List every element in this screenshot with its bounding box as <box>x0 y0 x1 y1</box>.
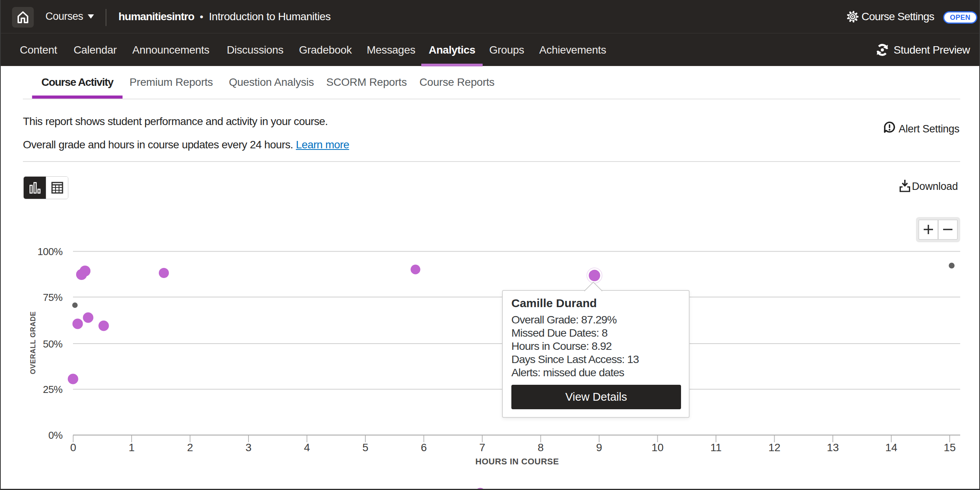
svg-text:10: 10 <box>652 441 664 454</box>
svg-text:13: 13 <box>827 441 839 454</box>
svg-text:1: 1 <box>129 441 135 454</box>
svg-text:15: 15 <box>944 441 956 454</box>
svg-text:25%: 25% <box>43 384 63 395</box>
svg-text:14: 14 <box>885 441 897 454</box>
svg-text:8: 8 <box>538 441 544 454</box>
svg-text:50%: 50% <box>43 338 63 350</box>
svg-text:5: 5 <box>362 441 368 454</box>
svg-text:0: 0 <box>70 441 76 454</box>
svg-text:0%: 0% <box>48 429 63 441</box>
svg-text:100%: 100% <box>38 246 63 257</box>
svg-text:75%: 75% <box>43 292 63 303</box>
svg-text:2: 2 <box>187 441 193 454</box>
svg-text:12: 12 <box>768 441 780 454</box>
svg-text:4: 4 <box>304 441 310 454</box>
svg-text:7: 7 <box>479 441 485 454</box>
svg-text:6: 6 <box>421 441 427 454</box>
svg-text:9: 9 <box>596 441 602 454</box>
svg-text:11: 11 <box>710 441 721 454</box>
svg-text:3: 3 <box>245 441 252 454</box>
